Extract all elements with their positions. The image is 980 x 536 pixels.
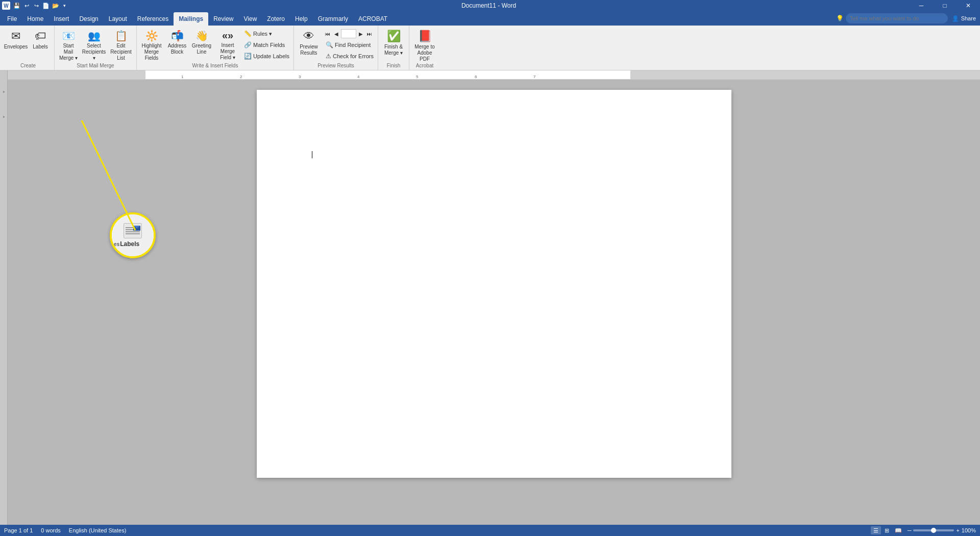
tab-acrobat[interactable]: ACROBAT bbox=[353, 12, 393, 26]
ribbon-group-start-mail-merge: 📧 Start MailMerge ▾ 👥 SelectRecipients ▾… bbox=[55, 26, 137, 70]
ribbon-group-finish-content: ✅ Finish &Merge ▾ bbox=[380, 26, 407, 63]
rules-icon: 📏 bbox=[244, 30, 252, 37]
merge-to-adobe-icon: 📕 bbox=[418, 30, 432, 43]
zoom-circle-content: es Labels bbox=[112, 214, 154, 256]
word-count: 0 words bbox=[41, 527, 61, 533]
tab-help[interactable]: Help bbox=[290, 12, 313, 26]
ribbon-group-wi-label: Write & Insert Fields bbox=[139, 63, 291, 70]
insert-merge-field-button[interactable]: «» Insert MergeField ▾ bbox=[214, 28, 241, 60]
insert-merge-field-icon: «» bbox=[222, 30, 233, 41]
read-mode-view-button[interactable]: 📖 bbox=[893, 526, 903, 534]
check-errors-button[interactable]: ⚠ Check for Errors bbox=[324, 51, 376, 61]
preview-results-button[interactable]: 👁 PreviewResults bbox=[296, 28, 322, 60]
ruler-main: 1 2 3 4 5 6 7 bbox=[8, 70, 980, 80]
ribbon-group-write-insert: 🔆 HighlightMergeFields 📬 AddressBlock 👋 … bbox=[137, 26, 294, 70]
tab-file[interactable]: File bbox=[2, 12, 22, 26]
tab-insert[interactable]: Insert bbox=[48, 12, 74, 26]
web-layout-view-button[interactable]: ⊞ bbox=[882, 526, 892, 534]
ribbon-group-preview-results: 👁 PreviewResults ⏮ ◀ ▶ ⏭ 🔍 Find Recipien… bbox=[294, 26, 378, 70]
zoom-doc-icon bbox=[124, 223, 142, 238]
select-recipients-button[interactable]: 👥 SelectRecipients ▾ bbox=[81, 28, 107, 60]
tab-grammarly[interactable]: Grammarly bbox=[313, 12, 353, 26]
match-fields-icon: 🔗 bbox=[244, 41, 252, 48]
ribbon-group-create-content: ✉ Envelopes 🏷 Labels bbox=[4, 26, 52, 63]
merge-to-adobe-button[interactable]: 📕 Merge toAdobe PDF bbox=[411, 28, 438, 60]
start-mail-merge-button[interactable]: 📧 Start MailMerge ▾ bbox=[57, 28, 80, 60]
maximize-button[interactable]: □ bbox=[933, 0, 957, 11]
tab-design[interactable]: Design bbox=[74, 12, 103, 26]
page-info: Page 1 of 1 bbox=[4, 527, 33, 533]
envelopes-button[interactable]: ✉ Envelopes bbox=[4, 28, 28, 60]
prev-record-button[interactable]: ◀ bbox=[332, 29, 340, 38]
quick-access-toolbar: 💾 ↩ ↪ 📄 📂 ▾ bbox=[12, 1, 68, 10]
zoom-slider-thumb[interactable] bbox=[931, 528, 936, 533]
tab-view[interactable]: View bbox=[239, 12, 262, 26]
tab-zotero[interactable]: Zotero bbox=[262, 12, 290, 26]
window-controls: ─ □ ✕ bbox=[910, 0, 980, 11]
tab-references[interactable]: References bbox=[132, 12, 174, 26]
last-record-button[interactable]: ⏭ bbox=[365, 29, 374, 38]
close-button[interactable]: ✕ bbox=[957, 0, 980, 11]
ribbon: ✉ Envelopes 🏷 Labels Create 📧 Start Mail… bbox=[0, 26, 980, 70]
text-cursor bbox=[312, 151, 312, 158]
tell-me-container: 💡 bbox=[836, 13, 948, 23]
tab-mailings[interactable]: Mailings bbox=[174, 12, 208, 26]
greeting-line-button[interactable]: 👋 GreetingLine bbox=[190, 28, 213, 60]
minimize-button[interactable]: ─ bbox=[910, 0, 933, 11]
update-labels-button[interactable]: 🔄 Update Labels bbox=[242, 51, 291, 61]
edit-recipient-list-button[interactable]: 📋 EditRecipientList bbox=[108, 28, 134, 60]
qat-save[interactable]: 💾 bbox=[12, 1, 21, 10]
tab-review[interactable]: Review bbox=[208, 12, 238, 26]
finish-merge-button[interactable]: ✅ Finish &Merge ▾ bbox=[380, 28, 407, 60]
greeting-line-icon: 👋 bbox=[195, 30, 208, 42]
match-fields-button[interactable]: 🔗 Match Fields bbox=[242, 40, 291, 50]
labels-button[interactable]: 🏷 Labels bbox=[29, 28, 52, 60]
first-record-button[interactable]: ⏮ bbox=[324, 29, 332, 38]
title-bar: W 💾 ↩ ↪ 📄 📂 ▾ Document11 - Word ─ □ ✕ bbox=[0, 0, 980, 11]
ribbon-tab-right: 💡 👤 Share bbox=[836, 11, 980, 26]
share-icon: 👤 bbox=[952, 15, 959, 22]
wi-small-buttons: 📏 Rules ▾ 🔗 Match Fields 🔄 Update Labels bbox=[242, 28, 291, 61]
word-icon: W bbox=[2, 2, 10, 10]
edit-recipient-list-icon: 📋 bbox=[115, 30, 128, 42]
zoom-plus-button[interactable]: + bbox=[956, 527, 959, 533]
highlight-merge-fields-icon: 🔆 bbox=[145, 30, 158, 42]
ribbon-group-pr-content: 👁 PreviewResults ⏮ ◀ ▶ ⏭ 🔍 Find Recipien… bbox=[296, 26, 376, 63]
zoom-minus-button[interactable]: ─ bbox=[908, 527, 912, 533]
qat-undo[interactable]: ↩ bbox=[22, 1, 31, 10]
qat-redo[interactable]: ↪ bbox=[32, 1, 41, 10]
zoom-slider[interactable] bbox=[913, 529, 954, 531]
print-layout-view-button[interactable]: ☰ bbox=[871, 526, 881, 534]
qat-open[interactable]: 📂 bbox=[51, 1, 60, 10]
status-bar-right: ☰ ⊞ 📖 ─ + 100% bbox=[871, 526, 976, 534]
tell-me-input[interactable] bbox=[846, 13, 948, 23]
ruler-container: 1 2 3 4 5 6 7 bbox=[0, 70, 980, 80]
record-number-field[interactable] bbox=[341, 29, 356, 38]
lightbulb-icon: 💡 bbox=[836, 15, 844, 22]
find-recipient-icon: 🔍 bbox=[326, 41, 333, 48]
left-sidebar: ◂ ◂ bbox=[0, 80, 8, 525]
zoom-highlight-circle: es Labels bbox=[110, 212, 156, 258]
ribbon-group-smm-label: Start Mail Merge bbox=[57, 63, 134, 70]
find-recipient-button[interactable]: 🔍 Find Recipient bbox=[324, 40, 376, 50]
title-bar-title: Document11 - Word bbox=[68, 2, 910, 9]
ribbon-group-acrobat-content: 📕 Merge toAdobe PDF bbox=[411, 26, 438, 63]
select-recipients-icon: 👥 bbox=[88, 30, 101, 42]
qat-new[interactable]: 📄 bbox=[41, 1, 51, 10]
address-block-button[interactable]: 📬 AddressBlock bbox=[165, 28, 189, 60]
check-errors-icon: ⚠ bbox=[326, 53, 331, 60]
document-page bbox=[257, 90, 731, 478]
qat-more[interactable]: ▾ bbox=[61, 1, 68, 10]
document-area: es Labels bbox=[8, 80, 980, 525]
tab-home[interactable]: Home bbox=[22, 12, 48, 26]
tab-layout[interactable]: Layout bbox=[104, 12, 132, 26]
ribbon-group-create-label: Create bbox=[4, 63, 52, 70]
language-info: English (United States) bbox=[69, 527, 127, 533]
zoom-level: 100% bbox=[962, 527, 976, 533]
share-button[interactable]: 👤 Share bbox=[952, 15, 976, 22]
next-record-button[interactable]: ▶ bbox=[357, 29, 365, 38]
ribbon-tabs: File Home Insert Design Layout Reference… bbox=[0, 11, 980, 26]
highlight-merge-fields-button[interactable]: 🔆 HighlightMergeFields bbox=[139, 28, 164, 60]
ribbon-group-smmcontent: 📧 Start MailMerge ▾ 👥 SelectRecipients ▾… bbox=[57, 26, 134, 63]
rules-button[interactable]: 📏 Rules ▾ bbox=[242, 29, 291, 39]
